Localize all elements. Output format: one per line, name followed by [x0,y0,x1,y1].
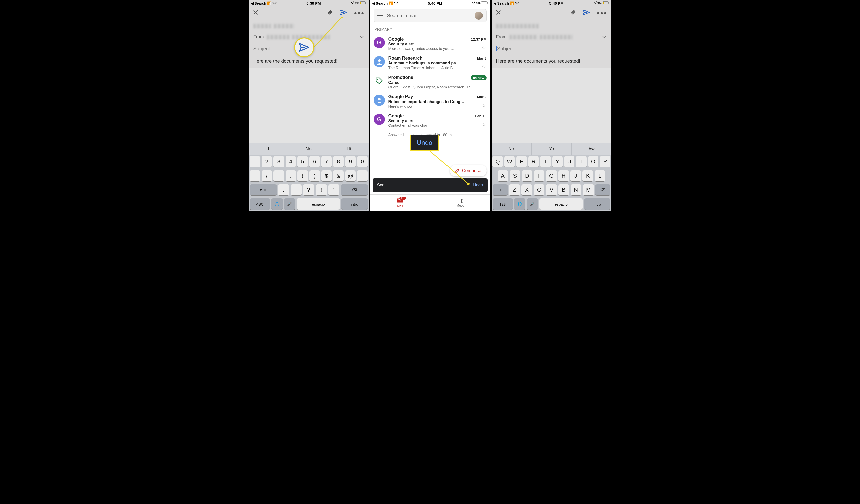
abc-key[interactable]: ABC [250,199,270,210]
more-icon[interactable]: ●●● [354,10,364,16]
key-7[interactable]: 7 [321,156,332,167]
back-search-label[interactable]: Search [497,1,509,5]
back-search-icon[interactable]: ◀ [251,1,254,5]
enter-key[interactable]: intro [342,199,368,210]
compose-button[interactable]: Compose [450,165,486,176]
key-C[interactable]: C [534,184,544,196]
mail-item[interactable]: Roam Research Mar 8 Automatic backups, a… [370,53,490,72]
chevron-down-icon[interactable] [359,34,364,40]
back-search-icon[interactable]: ◀ [493,1,496,5]
key-/[interactable]: / [262,170,272,181]
key-@[interactable]: @ [345,170,356,181]
suggestion-1[interactable]: I [249,143,289,155]
suggestion-3[interactable]: Hi [329,143,369,155]
key-S[interactable]: S [510,170,520,181]
close-icon[interactable] [253,10,258,16]
key-O[interactable]: O [588,156,598,167]
enter-key[interactable]: intro [584,199,610,210]
mail-item[interactable]: Promotions 54 new Career Quora Digest, Q… [370,72,490,92]
key-G[interactable]: G [546,170,557,181]
key--[interactable]: - [249,170,260,181]
key-R[interactable]: R [528,156,539,167]
key-U[interactable]: U [564,156,574,167]
num-key[interactable]: 123 [492,199,513,210]
key-4[interactable]: 4 [286,156,296,167]
close-icon[interactable] [496,10,501,16]
suggestion-2[interactable]: No [289,143,329,155]
suggestion-3[interactable]: Aw [572,143,612,155]
to-row[interactable] [491,19,612,31]
nav-meet[interactable]: Meet [430,195,490,211]
key-X[interactable]: X [521,184,532,196]
attachment-icon[interactable] [327,9,333,16]
to-row[interactable] [249,19,369,31]
key-⇧[interactable]: ⇧ [492,184,508,196]
nav-mail[interactable]: 99+ Mail [370,195,430,211]
more-icon[interactable]: ●●● [597,10,607,16]
key-J[interactable]: J [570,170,581,181]
chevron-down-icon[interactable] [602,34,607,40]
key-Y[interactable]: Y [552,156,563,167]
back-search-label[interactable]: Search [376,1,388,5]
space-key[interactable]: espacio [297,199,340,210]
key-:[interactable]: : [273,170,284,181]
key-V[interactable]: V [546,184,557,196]
star-icon[interactable]: ☆ [482,64,486,70]
suggestion-2[interactable]: Yo [532,143,572,155]
key-N[interactable]: N [571,184,582,196]
key-I[interactable]: I [576,156,586,167]
menu-icon[interactable] [377,13,383,18]
mail-item[interactable]: G Google 12:37 PM Security alert Microso… [370,34,490,53]
from-row[interactable]: From [491,31,612,43]
key-9[interactable]: 9 [345,156,356,167]
key-⌫[interactable]: ⌫ [341,184,368,196]
key-'[interactable]: ' [328,184,340,196]
key-;[interactable]: ; [286,170,296,181]
key-⌫[interactable]: ⌫ [595,184,611,196]
key-![interactable]: ! [316,184,327,196]
key-8[interactable]: 8 [333,156,344,167]
key-Q[interactable]: Q [492,156,503,167]
key-L[interactable]: L [594,170,605,181]
profile-avatar[interactable] [475,12,483,20]
key-#+=[interactable]: #+= [250,184,276,196]
key-([interactable]: ( [297,170,308,181]
key-F[interactable]: F [534,170,544,181]
key-D[interactable]: D [522,170,532,181]
key-.[interactable]: . [278,184,289,196]
mic-key[interactable]: 🎤 [527,199,538,210]
key-A[interactable]: A [498,170,508,181]
key-E[interactable]: E [516,156,527,167]
search-box[interactable]: Search in mail [374,9,487,23]
key-M[interactable]: M [583,184,594,196]
globe-key[interactable]: 🌐 [271,199,283,210]
key-B[interactable]: B [558,184,569,196]
key-&[interactable]: & [333,170,344,181]
mail-item[interactable]: Google Pay Mar 2 Notice on important cha… [370,92,490,111]
key-)[interactable]: ) [310,170,320,181]
key-W[interactable]: W [504,156,515,167]
key-3[interactable]: 3 [273,156,284,167]
mic-key[interactable]: 🎤 [284,199,295,210]
globe-key[interactable]: 🌐 [514,199,525,210]
key-1[interactable]: 1 [249,156,260,167]
key-$[interactable]: $ [321,170,332,181]
key-K[interactable]: K [583,170,593,181]
key-5[interactable]: 5 [297,156,308,167]
key-0[interactable]: 0 [357,156,368,167]
key-Z[interactable]: Z [509,184,520,196]
key-,[interactable]: , [291,184,302,196]
undo-button[interactable]: Undo [473,183,483,187]
send-icon[interactable] [583,10,589,16]
back-search-label[interactable]: Search [255,1,267,5]
key-?[interactable]: ? [303,184,314,196]
star-icon[interactable]: ☆ [482,121,486,127]
key-"[interactable]: " [357,170,368,181]
space-key[interactable]: espacio [540,199,583,210]
star-icon[interactable]: ☆ [482,102,486,108]
key-P[interactable]: P [600,156,610,167]
key-2[interactable]: 2 [262,156,272,167]
subject-row[interactable]: Subject [491,43,612,55]
suggestion-1[interactable]: No [491,143,532,155]
attachment-icon[interactable] [570,9,576,16]
